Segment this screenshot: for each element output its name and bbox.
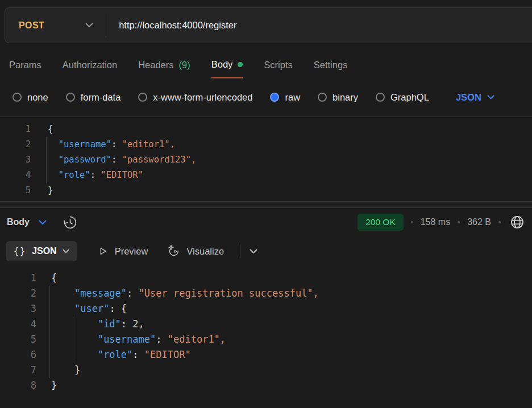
tab-scripts[interactable]: Scripts [264,59,292,78]
response-body-viewer[interactable]: 1{2 "message": "User registration succes… [0,267,532,408]
separator-dot [458,221,460,223]
radio-raw[interactable]: raw [270,92,300,103]
radio-circle-icon [376,93,385,102]
code-line: 7 } [0,363,532,378]
code-line: 4 "role": "EDITOR" [0,168,532,183]
chevron-down-icon[interactable] [85,23,93,28]
visualize-tab[interactable]: Visualize [167,244,224,258]
method-selector[interactable]: POST [19,20,44,31]
radio-graphql[interactable]: GraphQL [376,92,429,103]
response-header: Body 200 OK 158 ms 362 B [0,208,532,236]
response-size: 362 B [467,217,491,227]
response-toolbar: {} JSON Preview Visualize [6,241,257,261]
play-outline-icon [97,245,109,257]
radio-x-www-form-urlencoded[interactable]: x-www-form-urlencoded [138,92,252,103]
line-number: 6 [0,347,36,363]
request-body-editor[interactable]: 1{2 "username": "editor1",3 "password": … [0,117,532,201]
line-number: 2 [0,137,31,152]
response-format-dropdown[interactable]: {} JSON [6,241,77,261]
radio-binary[interactable]: binary [318,92,358,103]
indent-guide [49,286,50,378]
preview-tab[interactable]: Preview [97,245,148,257]
line-number: 5 [0,183,31,198]
url-input[interactable]: http://localhost:4000/register [119,20,236,31]
code-text: "role": "EDITOR" [31,168,143,183]
status-badge: 200 OK [358,214,404,231]
code-line: 3 "password": "password123", [0,152,532,168]
code-line: 2 "message": "User registration successf… [0,286,532,301]
indent-guide [46,137,47,183]
body-type-selector: none form-data x-www-form-urlencoded raw… [13,89,494,106]
radio-none[interactable]: none [13,92,48,103]
line-number: 3 [0,301,36,317]
radio-circle-icon [66,93,75,102]
chevron-down-icon[interactable] [250,249,257,254]
language-dropdown[interactable]: JSON [456,92,494,103]
code-line: 3 "user": { [0,301,532,317]
code-text: { [36,270,57,286]
line-number: 5 [0,332,36,347]
json-braces-icon: {} [14,246,26,256]
line-number: 3 [0,152,31,168]
code-text: "id": 2, [36,317,144,332]
code-line: 2 "username": "editor1", [0,137,532,152]
tab-params[interactable]: Params [9,59,41,78]
radio-circle-icon [13,93,22,102]
response-time: 158 ms [421,217,450,227]
headers-count: (9) [179,60,190,70]
line-number: 8 [0,378,36,393]
tab-headers[interactable]: Headers(9) [138,59,190,78]
tab-body[interactable]: Body [211,59,243,78]
code-text: "role": "EDITOR" [36,347,191,363]
code-text: } [36,378,57,393]
chevron-down-icon [487,95,494,99]
request-url-bar: POST http://localhost:4000/register [5,7,532,43]
line-number: 4 [0,317,36,332]
code-line: 1{ [0,122,532,137]
radio-selected-icon [270,93,279,102]
code-line: 5} [0,183,532,198]
code-line: 6 "role": "EDITOR" [0,347,532,363]
code-text: "message": "User registration successful… [36,286,319,301]
divider [240,244,240,258]
visualize-sparkle-icon [167,244,181,258]
request-tabs: Params Authorization Headers(9) Body Scr… [9,59,347,78]
code-text: { [31,122,53,137]
history-icon[interactable] [63,215,78,230]
chevron-down-icon [63,249,69,253]
code-text: "password": "password123", [31,152,196,168]
tab-authorization[interactable]: Authorization [63,59,117,78]
code-text: } [31,183,53,198]
code-text: "username": "editor1", [31,137,175,152]
line-number: 4 [0,168,31,183]
radio-circle-icon [318,93,327,102]
tab-settings[interactable]: Settings [314,59,348,78]
chevron-down-icon[interactable] [39,220,47,225]
line-number: 1 [0,122,31,137]
code-line: 1{ [0,270,532,286]
divider [106,14,106,38]
code-text: } [36,363,80,378]
code-line: 5 "username": "editor1", [0,332,532,347]
radio-circle-icon [138,93,147,102]
response-body-dropdown[interactable]: Body [7,217,30,227]
radio-form-data[interactable]: form-data [66,92,121,103]
network-globe-icon[interactable] [509,214,525,230]
code-line: 8} [0,378,532,393]
separator-dot [411,221,413,223]
indent-guide [73,317,73,363]
code-line: 4 "id": 2, [0,317,532,332]
unsaved-changes-dot [238,62,243,67]
separator-dot [498,221,501,223]
line-number: 1 [0,270,36,286]
pane-splitter[interactable] [0,201,532,208]
code-text: "username": "editor1", [36,332,226,347]
line-number: 7 [0,363,36,378]
line-number: 2 [0,286,36,301]
